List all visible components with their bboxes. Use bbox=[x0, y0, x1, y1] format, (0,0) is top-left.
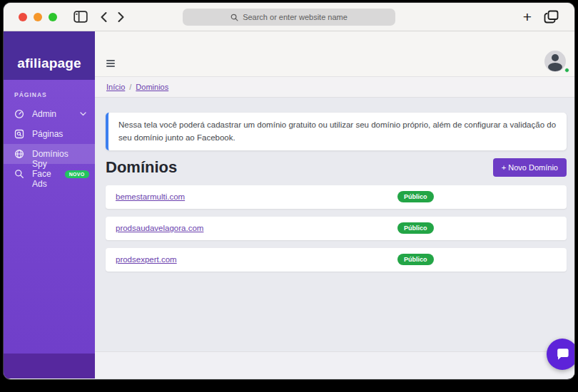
address-search-field[interactable]: Search or enter website name bbox=[183, 9, 395, 26]
online-status-dot bbox=[564, 68, 569, 73]
forward-button[interactable] bbox=[117, 11, 125, 23]
gauge-icon bbox=[14, 109, 24, 119]
info-alert: Nessa tela você poderá cadastrar um domí… bbox=[106, 113, 567, 150]
tab-overview-icon bbox=[544, 10, 559, 24]
new-domain-button[interactable]: + Novo Domínio bbox=[493, 158, 567, 177]
breadcrumb-current-link[interactable]: Dominios bbox=[136, 83, 168, 91]
novo-badge: NOVO bbox=[65, 170, 89, 178]
domain-link[interactable]: prodsexpert.com bbox=[116, 255, 397, 264]
info-alert-text: Nessa tela você poderá cadastrar um domí… bbox=[118, 120, 556, 142]
page-preview-icon bbox=[14, 129, 24, 139]
breadcrumb-home-link[interactable]: Início bbox=[106, 83, 125, 91]
breadcrumb: Início / Dominios bbox=[95, 77, 574, 98]
minimize-window-button[interactable] bbox=[34, 13, 42, 21]
content-footer bbox=[95, 351, 574, 378]
page-title: Domínios bbox=[106, 158, 177, 177]
user-avatar[interactable] bbox=[547, 51, 570, 74]
chevron-down-icon bbox=[80, 112, 86, 116]
avatar-image bbox=[544, 51, 566, 72]
main-area: Início / Dominios Nessa tela você poderá… bbox=[95, 31, 574, 378]
sidebar-item-paginas[interactable]: Páginas bbox=[4, 124, 95, 144]
sidebar-item-label: Domínios bbox=[32, 149, 69, 159]
domain-list: bemestarmulti.com Público prodsaudavelag… bbox=[106, 185, 567, 272]
close-window-button[interactable] bbox=[19, 13, 27, 21]
sidebar-item-spy-face-ads[interactable]: Spy Face Ads NOVO bbox=[4, 164, 95, 184]
menu-toggle-button[interactable] bbox=[106, 60, 115, 67]
sidebar-item-label: Páginas bbox=[32, 129, 63, 139]
sidebar-toggle-button[interactable] bbox=[73, 11, 88, 23]
status-badge: Público bbox=[397, 254, 434, 265]
search-icon bbox=[230, 14, 238, 21]
zoom-window-button[interactable] bbox=[49, 13, 57, 21]
new-tab-button[interactable]: + bbox=[523, 9, 532, 24]
sidebar-toggle-icon bbox=[73, 11, 88, 23]
back-button[interactable] bbox=[100, 11, 108, 23]
globe-icon bbox=[14, 149, 24, 159]
domain-link[interactable]: prodsaudavelagora.com bbox=[116, 224, 397, 232]
forward-icon bbox=[117, 11, 125, 23]
status-badge: Público bbox=[397, 222, 434, 234]
app-header bbox=[95, 31, 574, 77]
sidebar-item-label: Spy Face Ads bbox=[32, 159, 51, 189]
sidebar-item-admin[interactable]: Admin bbox=[4, 104, 95, 124]
domain-row: prodsaudavelagora.com Público bbox=[106, 217, 567, 240]
domain-row: prodsexpert.com Público bbox=[106, 248, 567, 272]
search-placeholder: Search or enter website name bbox=[243, 13, 348, 21]
status-badge: Público bbox=[397, 191, 434, 202]
browser-window: Search or enter website name + afiliapag… bbox=[4, 3, 574, 379]
content-area: Nessa tela você poderá cadastrar um domí… bbox=[95, 98, 574, 378]
back-icon bbox=[100, 11, 108, 23]
chat-bubble-icon bbox=[554, 347, 570, 361]
sidebar-footer bbox=[4, 354, 95, 378]
magnifier-icon bbox=[14, 169, 24, 179]
sidebar-item-label: Admin bbox=[32, 109, 56, 119]
tab-overview-button[interactable] bbox=[544, 10, 559, 24]
app-logo[interactable]: afiliapage bbox=[17, 56, 81, 71]
domain-row: bemestarmulti.com Público bbox=[106, 185, 567, 209]
sidebar: afiliapage PÁGINAS Admin bbox=[4, 31, 95, 378]
breadcrumb-separator: / bbox=[129, 83, 131, 91]
window-controls bbox=[19, 13, 57, 21]
browser-toolbar: Search or enter website name + bbox=[4, 3, 574, 31]
logo-band: afiliapage bbox=[4, 31, 95, 80]
sidebar-section-label: PÁGINAS bbox=[14, 91, 95, 98]
domain-link[interactable]: bemestarmulti.com bbox=[116, 192, 397, 201]
chat-widget-button[interactable] bbox=[547, 339, 574, 370]
